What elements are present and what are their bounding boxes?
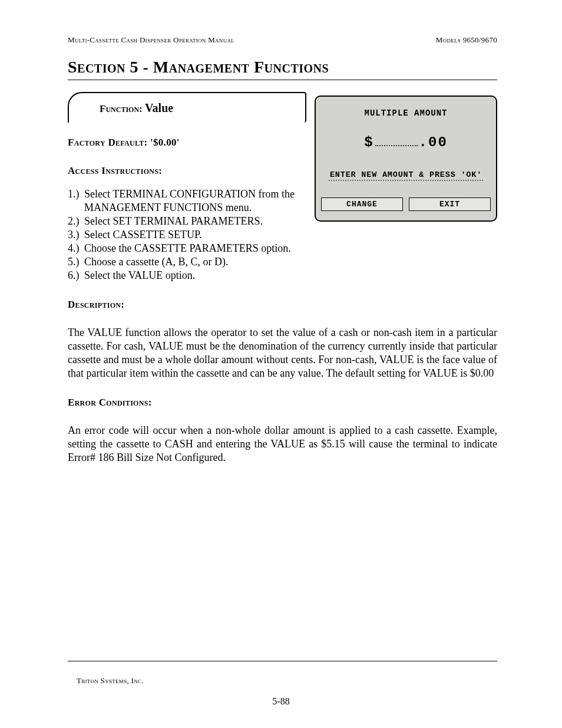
header-right: Models 9650/9670 bbox=[436, 35, 497, 45]
terminal-screen: MULTIPLE AMOUNT $.00 ENTER NEW AMOUNT & … bbox=[315, 95, 497, 222]
section-title: Section 5 - Management Functions bbox=[68, 58, 497, 77]
footer-rule bbox=[68, 661, 497, 661]
list-item: 6.)Select the VALUE option. bbox=[68, 269, 497, 282]
description-heading: Description: bbox=[68, 299, 497, 311]
page-number: 5-88 bbox=[0, 696, 562, 707]
currency-symbol: $ bbox=[364, 134, 373, 150]
list-item: 4.)Choose the CASSETTE PARAMETERS option… bbox=[68, 242, 497, 255]
description-text: The VALUE function allows the operator t… bbox=[68, 326, 497, 380]
amount-fraction: .00 bbox=[419, 134, 448, 150]
screen-title: MULTIPLE AMOUNT bbox=[321, 108, 491, 118]
error-text: An error code will occur when a non-whol… bbox=[68, 424, 497, 465]
factory-default-value: '$0.00' bbox=[150, 137, 180, 148]
factory-default-label: Factory Default: bbox=[68, 137, 147, 148]
change-button[interactable]: CHANGE bbox=[321, 197, 403, 211]
footer-company: Triton Systems, Inc. bbox=[77, 676, 144, 686]
amount-input-blank[interactable] bbox=[375, 145, 418, 146]
title-rule bbox=[68, 80, 497, 80]
list-item: 5.)Choose a cassette (A, B, C, or D). bbox=[68, 255, 497, 269]
screen-amount: $.00 bbox=[321, 134, 491, 150]
exit-button[interactable]: EXIT bbox=[409, 197, 491, 211]
function-tab: Function: Value bbox=[68, 92, 306, 123]
header-left: Multi-Cassette Cash Dispenser Operation … bbox=[68, 35, 234, 45]
list-item: 3.)Select CASSETTE SETUP. bbox=[68, 228, 497, 242]
function-value: Value bbox=[145, 101, 173, 114]
screen-instruction: ENTER NEW AMOUNT & PRESS 'OK' bbox=[329, 170, 483, 181]
function-label: Function: bbox=[100, 103, 143, 114]
error-heading: Error Conditions: bbox=[68, 397, 497, 409]
